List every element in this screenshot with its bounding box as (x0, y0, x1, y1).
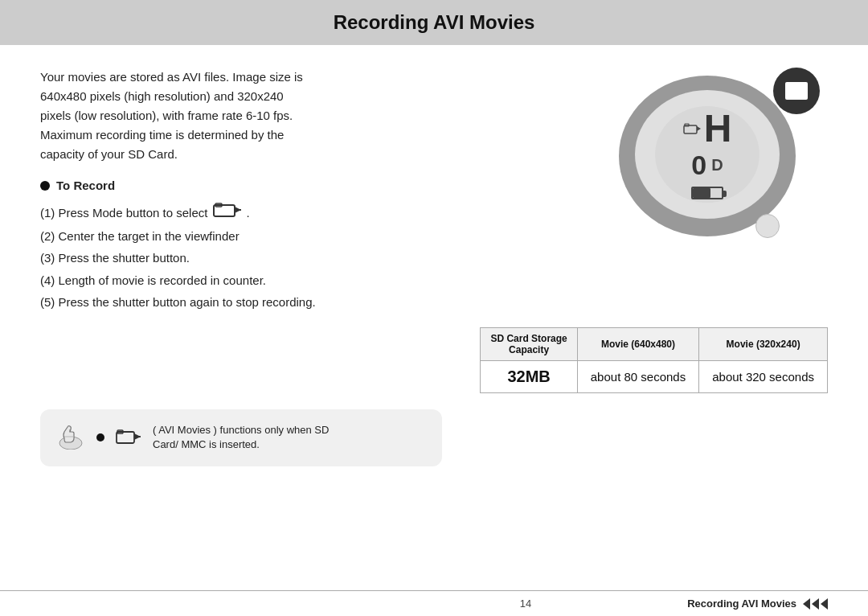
main-content: Your movies are stored as AVI files. Ima… (0, 45, 868, 314)
battery-icon (691, 187, 723, 199)
step-4-text: (4) Length of movie is recorded in count… (40, 270, 266, 291)
step-1-text: (1) Press Mode button to select (40, 203, 207, 224)
display-face: H 0 D (655, 106, 760, 203)
camera-diagram: H 0 D (611, 68, 820, 244)
battery-fill (693, 188, 710, 198)
step-5: (5) Press the shutter button again to st… (40, 292, 579, 313)
note-bullet-icon (96, 433, 104, 441)
to-record-section: To Record (40, 179, 579, 192)
col-320-header: Movie (320x240) (699, 327, 828, 360)
arrow-2-icon (812, 598, 819, 610)
table-row-32mb: 32MB about 80 seconds about 320 seconds (481, 360, 828, 392)
step-2-text: (2) Center the target in the viewfinder (40, 226, 240, 247)
table-section: SD Card StorageCapacity Movie (640x480) … (0, 327, 868, 393)
hand-pointer-icon (56, 421, 85, 455)
left-column: Your movies are stored as AVI files. Ima… (40, 68, 579, 314)
arrow-1-icon (803, 598, 810, 610)
col-640-header: Movie (640x480) (577, 327, 698, 360)
stop-square (785, 82, 808, 100)
note-camera-icon (116, 429, 141, 447)
arrow-3-icon (821, 598, 828, 610)
footer-page-number: 14 (364, 598, 688, 610)
step-5-text: (5) Press the shutter button again to st… (40, 292, 316, 313)
title-bar: Recording AVI Movies (0, 0, 868, 45)
footer-arrows (803, 598, 828, 610)
display-d-letter: D (711, 156, 723, 175)
step-4: (4) Length of movie is recorded in count… (40, 270, 579, 291)
footer-title-text: Recording AVI Movies (687, 598, 796, 610)
bullet-icon (40, 181, 50, 191)
table-header-row: SD Card StorageCapacity Movie (640x480) … (481, 327, 828, 360)
step-3: (3) Press the shutter button. (40, 248, 579, 269)
display-h-letter: H (704, 109, 732, 148)
step-3-text: (3) Press the shutter button. (40, 248, 190, 269)
movie-640-time: about 80 seconds (577, 360, 698, 392)
display-top-row: H (683, 109, 732, 148)
steps-list: (1) Press Mode button to select . (2) Ce… (40, 202, 579, 314)
page-number-value: 14 (520, 598, 531, 610)
footer-right: Recording AVI Movies (687, 598, 828, 610)
step-1-period: . (246, 203, 249, 224)
intro-paragraph: Your movies are stored as AVI files. Ima… (40, 68, 579, 164)
camera-mode-icon (212, 202, 241, 224)
small-circle-button (755, 214, 780, 238)
movie-320-time: about 320 seconds (699, 360, 828, 392)
page-title: Recording AVI Movies (16, 11, 852, 34)
display-bottom-row: 0 D (691, 151, 723, 179)
step-2: (2) Center the target in the viewfinder (40, 226, 579, 247)
note-section: ( AVI Movies ) functions only when SD Ca… (40, 409, 442, 466)
col-capacity-header: SD Card StorageCapacity (481, 327, 577, 360)
capacity-value: 32MB (481, 360, 577, 392)
storage-table: SD Card StorageCapacity Movie (640x480) … (480, 327, 828, 393)
note-text-line2: Card/ MMC is inserted. (153, 438, 260, 450)
display-camera-icon (683, 123, 701, 134)
display-zero: 0 (691, 151, 706, 179)
step-1: (1) Press Mode button to select . (40, 202, 579, 224)
camera-diagram-container: H 0 D (603, 68, 828, 314)
footer: 14 Recording AVI Movies (0, 590, 868, 616)
stop-button-circle (773, 68, 820, 114)
display-content: H 0 D (655, 106, 760, 203)
note-text-line1: ( AVI Movies ) functions only when SD (153, 424, 329, 436)
svg-marker-6 (697, 126, 701, 131)
to-record-label: To Record (56, 179, 115, 192)
note-text: ( AVI Movies ) functions only when SD Ca… (153, 423, 329, 452)
